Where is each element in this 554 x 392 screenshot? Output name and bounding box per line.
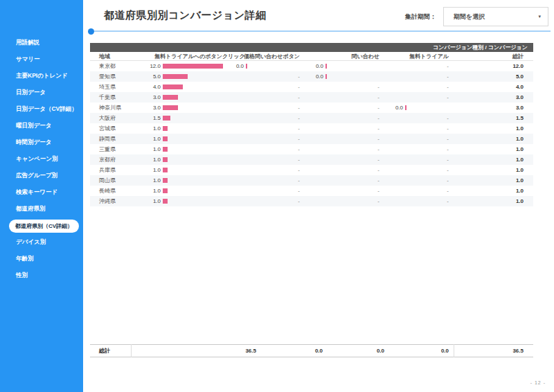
metric-cell: 12.0 (145, 61, 229, 71)
table-row: 静岡県1.0---1.0 (90, 134, 533, 144)
sidebar-item[interactable]: 年齢別 (0, 251, 83, 267)
metric-cell: 3.0 (145, 92, 229, 103)
metric-value: 0.0 (229, 63, 244, 69)
sidebar-item-active[interactable]: 都道府県別（CV詳細） (0, 217, 83, 234)
metric-cell: 0.0 (388, 103, 457, 113)
sidebar-item[interactable]: 日別データ (0, 84, 83, 101)
region-cell: 埼玉県 (90, 82, 145, 92)
sidebar-item-label: 時間別データ (16, 139, 51, 147)
bar-track (161, 178, 229, 183)
sidebar-item-label: 都道府県別（CV詳細） (9, 220, 79, 233)
column-header: 総計 (457, 53, 533, 60)
sidebar-item[interactable]: 時間別データ (0, 134, 83, 151)
total-cell: 1.0 (457, 175, 533, 186)
total-cell: 3.0 (457, 103, 533, 113)
metric-value: 1.0 (145, 136, 161, 142)
metric-cell-empty: - (388, 82, 457, 92)
period-filter: 集計期間： 期間を選択 ▾ (405, 7, 548, 26)
metric-cell-empty: - (308, 196, 388, 206)
bar (163, 116, 170, 121)
metric-value: 1.0 (145, 177, 161, 184)
region-cell: 宮城県 (90, 123, 145, 134)
bar-track (161, 168, 229, 172)
metric-cell-empty: - (388, 175, 457, 186)
metric-cell-empty: - (308, 123, 388, 134)
total-cell: 1.0 (457, 186, 533, 196)
sidebar-item-label: 年齢別 (16, 255, 34, 263)
bar-track (323, 74, 388, 79)
total-cell: 1.5 (457, 113, 533, 123)
metric-cell-empty: - (229, 113, 308, 123)
table-row: 宮城県1.0---1.0 (90, 123, 533, 134)
main-content: 都道府県別別コンバージョン詳細 集計期間： 期間を選択 ▾ コンバージョン種別 … (83, 0, 554, 392)
metric-cell-empty: - (388, 196, 457, 206)
bar-track (403, 105, 457, 110)
sidebar-item[interactable]: 日別データ（CV詳細） (0, 101, 83, 118)
page-number: - 12 - (530, 380, 546, 385)
metric-cell: 5.0 (145, 71, 229, 82)
sidebar-item-label: 日別データ (16, 89, 46, 97)
metric-cell-empty: - (229, 175, 308, 186)
metric-cell: 1.0 (145, 144, 229, 154)
totals-value: 0.0 (386, 344, 454, 357)
table-row: 愛知県5.0-0.0-5.0 (90, 71, 533, 82)
sidebar: 用語解説サマリー主要KPIのトレンド日別データ日別データ（CV詳細）曜日別データ… (0, 0, 83, 392)
sidebar-item[interactable]: 性別 (0, 267, 83, 284)
sidebar-item[interactable]: 曜日別データ (0, 118, 83, 134)
totals-row: 総計36.50.00.00.036.5 (90, 344, 533, 357)
sidebar-item[interactable]: 検索キーワード (0, 184, 83, 201)
bar-track (161, 199, 229, 204)
conversion-type-banner: コンバージョン種別 / コンバージョン (90, 43, 533, 52)
metric-cell-empty: - (388, 123, 457, 134)
bar (163, 188, 168, 193)
app-window: 用語解説サマリー主要KPIのトレンド日別データ日別データ（CV詳細）曜日別データ… (0, 0, 554, 392)
sidebar-item[interactable]: 広告グループ別 (0, 168, 83, 184)
totals-value: 0.0 (324, 344, 386, 357)
metric-value: 12.0 (145, 63, 161, 69)
sidebar-item[interactable]: デバイス別 (0, 234, 83, 251)
metric-value: 3.0 (145, 94, 161, 100)
region-cell: 岡山県 (90, 175, 145, 186)
sidebar-item-label: 検索キーワード (16, 188, 57, 197)
region-cell: 神奈川県 (90, 103, 145, 113)
table-row: 東京都12.00.00.0-12.0 (90, 61, 533, 71)
metric-cell-empty: - (388, 134, 457, 144)
metric-cell: 1.0 (145, 134, 229, 144)
sidebar-nav: 用語解説サマリー主要KPIのトレンド日別データ日別データ（CV詳細）曜日別データ… (0, 0, 83, 284)
period-select[interactable]: 期間を選択 ▾ (443, 7, 548, 26)
sidebar-item[interactable]: サマリー (0, 51, 83, 68)
total-cell: 1.0 (457, 134, 533, 144)
bar-track (161, 157, 229, 162)
metric-cell-empty: - (388, 186, 457, 196)
bar-track (323, 64, 388, 69)
metric-value: 1.0 (145, 167, 161, 173)
bar (163, 95, 178, 100)
bar-track (161, 116, 229, 121)
metric-cell: 4.0 (145, 82, 229, 92)
metric-cell-empty: - (308, 92, 388, 103)
metric-cell: 1.0 (145, 196, 229, 206)
bar (163, 64, 223, 69)
bar (163, 168, 168, 172)
total-cell: 4.0 (457, 82, 533, 92)
sidebar-item-label: サマリー (16, 55, 40, 64)
bar-track (161, 64, 229, 69)
metric-cell-empty: - (229, 144, 308, 154)
sidebar-item[interactable]: 主要KPIのトレンド (0, 68, 83, 84)
sidebar-item[interactable]: 都道府県別 (0, 201, 83, 217)
column-header: 価格問い合わせボタン (229, 53, 308, 60)
table-row: 大阪府1.5---1.5 (90, 113, 533, 123)
total-cell: 1.0 (457, 144, 533, 154)
totals-value: 36.5 (454, 344, 533, 357)
metric-cell-empty: - (229, 82, 308, 92)
metric-cell: 1.0 (145, 186, 229, 196)
sidebar-item[interactable]: キャンペーン別 (0, 151, 83, 168)
bar (163, 136, 168, 141)
bar (163, 178, 168, 183)
sidebar-item[interactable]: 用語解説 (0, 35, 83, 51)
metric-cell-empty: - (388, 92, 457, 103)
region-cell: 大阪府 (90, 113, 145, 123)
sidebar-item-label: 都道府県別 (16, 205, 46, 213)
total-cell: 12.0 (457, 61, 533, 71)
metric-cell-empty: - (388, 113, 457, 123)
